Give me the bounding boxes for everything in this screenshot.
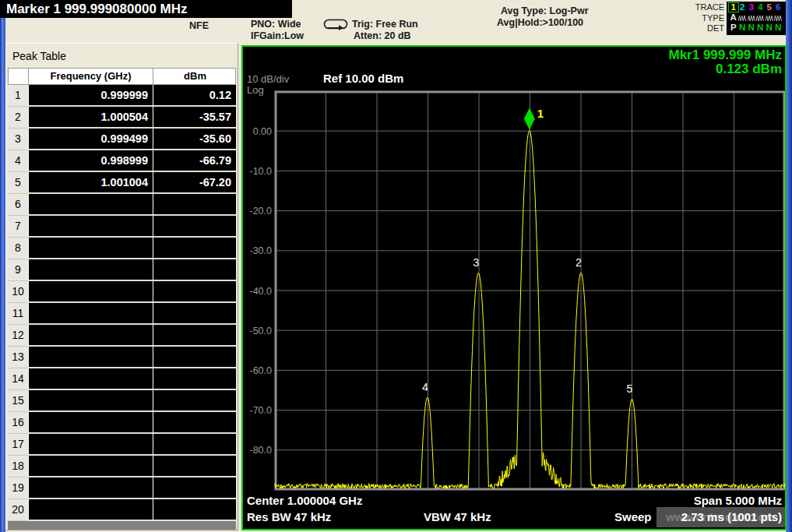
peak-frequency <box>28 303 153 325</box>
trace-number-1[interactable]: 1 <box>729 3 738 12</box>
peak-table-scrollbar[interactable] <box>8 521 236 530</box>
peak-frequency <box>28 347 153 368</box>
trace-detector-6: N <box>774 23 783 32</box>
peak-table-row-4[interactable]: 40.998999-66.79 <box>8 150 236 172</box>
peak-index: 14 <box>8 368 28 390</box>
svg-text:-20.0: -20.0 <box>250 206 273 217</box>
svg-text:4: 4 <box>422 381 428 393</box>
trace-detector-5: N <box>765 23 774 32</box>
peak-index: 1 <box>8 85 28 107</box>
peak-amplitude <box>153 281 236 303</box>
trace-legend-label-det: DET <box>658 23 724 34</box>
peak-table-row-11[interactable]: 11 <box>8 303 236 325</box>
peak-table-row-9[interactable]: 9 <box>8 259 236 281</box>
peak-amplitude <box>153 194 236 216</box>
peak-amplitude: -35.57 <box>153 107 236 129</box>
sweep-value: 2.73 ms (1001 pts) <box>681 510 782 523</box>
peak-table-row-7[interactable]: 7 <box>8 216 236 238</box>
peak-table-row-3[interactable]: 30.999499-35.60 <box>8 129 236 150</box>
peak-index: 6 <box>8 194 28 216</box>
trace-number-3[interactable]: 3 <box>747 3 756 12</box>
peak-table-row-8[interactable]: 8 <box>8 238 236 259</box>
peak-table-row-5[interactable]: 51.001004-67.20 <box>8 172 236 194</box>
peak-table-row-18[interactable]: 18 <box>8 456 236 477</box>
peak-amplitude <box>153 499 236 521</box>
svg-text:-50.0: -50.0 <box>250 326 273 336</box>
svg-text:3: 3 <box>473 256 479 269</box>
peak-table-row-6[interactable]: 6 <box>8 194 236 216</box>
trace-type-row: A <box>729 12 783 23</box>
peak-index: 17 <box>8 434 28 456</box>
trace-number-2[interactable]: 2 <box>738 3 748 12</box>
trace-type-3-clear-write-icon <box>747 13 756 23</box>
trace-number-4[interactable]: 4 <box>756 3 766 12</box>
peak-frequency: 0.998999 <box>28 150 153 172</box>
annunciator-trig: Trig: Free Run <box>352 19 418 30</box>
svg-text:-40.0: -40.0 <box>250 286 273 297</box>
trace-type-5-clear-write-icon <box>765 13 774 23</box>
peak-index: 19 <box>8 477 28 499</box>
peak-frequency <box>28 412 153 434</box>
peak-table-row-14[interactable]: 14 <box>8 368 236 390</box>
peak-table-title: Peak Table <box>12 50 66 62</box>
peak-amplitude <box>153 477 236 499</box>
trace-number-5[interactable]: 5 <box>765 3 774 12</box>
peak-amplitude <box>153 216 236 238</box>
peak-table-col-dbm: dBm <box>153 69 237 84</box>
peak-table-header: Frequency (GHz) dBm <box>8 68 236 85</box>
peak-amplitude <box>153 368 236 390</box>
peak-amplitude <box>153 456 236 477</box>
trace-number-6[interactable]: 6 <box>774 3 783 12</box>
svg-text:-70.0: -70.0 <box>250 405 273 416</box>
peak-table-row-12[interactable]: 12 <box>8 325 236 347</box>
peak-table-row-1[interactable]: 10.9999990.12 <box>8 85 236 107</box>
peak-index: 13 <box>8 347 28 368</box>
peak-amplitude <box>153 390 236 412</box>
peak-amplitude <box>153 259 236 281</box>
peak-frequency <box>28 434 153 456</box>
peak-table-row-16[interactable]: 16 <box>8 412 236 434</box>
peak-amplitude <box>153 412 236 434</box>
span-label: Span 5.000 MHz <box>694 494 782 507</box>
peak-index: 3 <box>8 129 28 150</box>
peak-index: 8 <box>8 238 28 259</box>
peak-index: 4 <box>8 150 28 172</box>
peak-index: 20 <box>8 499 28 521</box>
peak-table-col-index <box>9 69 29 84</box>
peak-index: 2 <box>8 107 28 129</box>
peak-amplitude: -67.20 <box>153 172 236 194</box>
peak-frequency <box>28 259 153 281</box>
peak-table-row-19[interactable]: 19 <box>8 477 236 499</box>
marker1-diamond-icon <box>524 108 535 130</box>
peak-table-row-13[interactable]: 13 <box>8 347 236 368</box>
marker1-frequency-readout: Mkr1 999.999 MHz <box>668 48 782 63</box>
peak-frequency: 1.000504 <box>28 107 153 129</box>
peak-frequency <box>28 216 153 238</box>
peak-index: 15 <box>8 390 28 412</box>
peak-index: 18 <box>8 456 28 477</box>
peak-table-body: 10.9999990.1221.000504-35.5730.999499-35… <box>8 85 236 521</box>
peak-frequency <box>28 499 153 521</box>
trace-detector-3: N <box>747 23 756 32</box>
peak-table-row-20[interactable]: 20 <box>8 499 236 521</box>
instrument-screen: Marker 1 999.999080000 MHz NFE PNO: Wide… <box>0 0 792 532</box>
peak-index: 16 <box>8 412 28 434</box>
trace-legend-labels: TRACE TYPE DET <box>658 2 724 34</box>
peak-frequency <box>28 238 153 259</box>
peak-frequency <box>28 368 153 390</box>
peak-index: 12 <box>8 325 28 347</box>
marker-readout-bar: Marker 1 999.999080000 MHz <box>0 0 292 18</box>
spectrum-display: 0.00-10.0-20.0-30.0-40.0-50.0-60.0-70.0-… <box>241 45 787 530</box>
trace-legend-label-trace: TRACE <box>658 2 724 13</box>
annunciator-avghold: Avg|Hold:>100/100 <box>497 17 583 28</box>
peak-table-row-10[interactable]: 10 <box>8 281 236 303</box>
peak-table-row-15[interactable]: 15 <box>8 390 236 412</box>
svg-text:5: 5 <box>627 382 633 395</box>
trace-type-6-clear-write-icon <box>774 13 783 23</box>
peak-table-row-17[interactable]: 17 <box>8 434 236 456</box>
peak-table-row-2[interactable]: 21.000504-35.57 <box>8 107 236 129</box>
peak-frequency: 1.001004 <box>28 172 153 194</box>
peak-amplitude <box>153 325 236 347</box>
sweep-label: Sweep <box>614 510 652 523</box>
trace-legend-label-type: TYPE <box>658 13 724 24</box>
